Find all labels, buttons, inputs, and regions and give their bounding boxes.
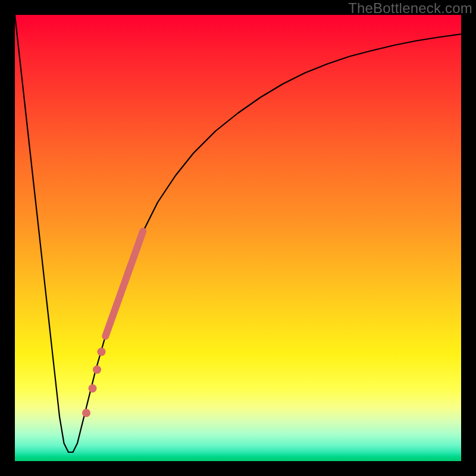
- markers-group: [82, 231, 143, 417]
- thick-highlight-segment: [105, 231, 143, 336]
- dot-3: [89, 384, 97, 393]
- curve-layer: [15, 15, 461, 461]
- plot-area: [15, 15, 461, 461]
- bottleneck-curve: [15, 15, 461, 452]
- dot-4: [82, 409, 90, 417]
- dot-1: [98, 347, 106, 356]
- chart-frame: TheBottleneck.com: [0, 0, 476, 476]
- watermark-label: TheBottleneck.com: [348, 0, 472, 17]
- dot-2: [93, 365, 101, 374]
